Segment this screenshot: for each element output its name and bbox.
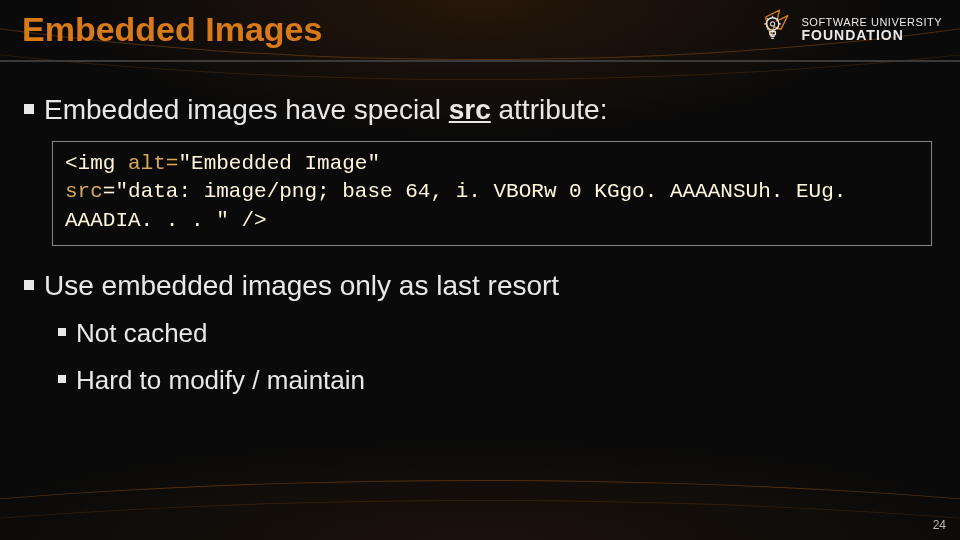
bullet-item: Embedded images have special src attribu… (24, 92, 936, 127)
square-bullet-icon (24, 104, 34, 114)
code-token: "data: image/png; base 64, i. VBORw 0 KG… (65, 180, 859, 231)
sub-bullet-item: Not cached (58, 317, 936, 350)
square-bullet-icon (58, 328, 66, 336)
svg-point-1 (770, 22, 774, 26)
bullet-text: Use embedded images only as last resort (44, 268, 559, 303)
sub-bullet-item: Hard to modify / maintain (58, 364, 936, 397)
logo-line-2: FOUNDATION (802, 28, 943, 43)
text-span: Embedded images have special (44, 94, 449, 125)
code-token: "Embedded Image" (178, 152, 380, 175)
bullet-item: Use embedded images only as last resort (24, 268, 936, 303)
org-logo: SOFTWARE UNIVERSITY FOUNDATION (752, 6, 943, 54)
src-attribute-label: src (449, 94, 491, 125)
code-token: = (103, 180, 116, 203)
code-token: /> (229, 209, 267, 232)
page-number: 24 (933, 518, 946, 532)
code-block: <img alt="Embedded Image" src="data: ima… (52, 141, 932, 246)
square-bullet-icon (24, 280, 34, 290)
decorative-arc (0, 500, 960, 540)
bullet-text: Not cached (76, 317, 208, 350)
text-span: attribute: (491, 94, 608, 125)
slide-title: Embedded Images (22, 10, 322, 49)
title-underline (0, 60, 960, 62)
code-token: <img (65, 152, 115, 175)
lightbulb-gear-icon (752, 6, 796, 54)
code-token: alt= (115, 152, 178, 175)
bullet-text: Embedded images have special src attribu… (44, 92, 607, 127)
bullet-text: Hard to modify / maintain (76, 364, 365, 397)
square-bullet-icon (58, 375, 66, 383)
code-token: src (65, 180, 103, 203)
decorative-arc (0, 480, 960, 540)
slide-body: Embedded images have special src attribu… (24, 92, 936, 410)
